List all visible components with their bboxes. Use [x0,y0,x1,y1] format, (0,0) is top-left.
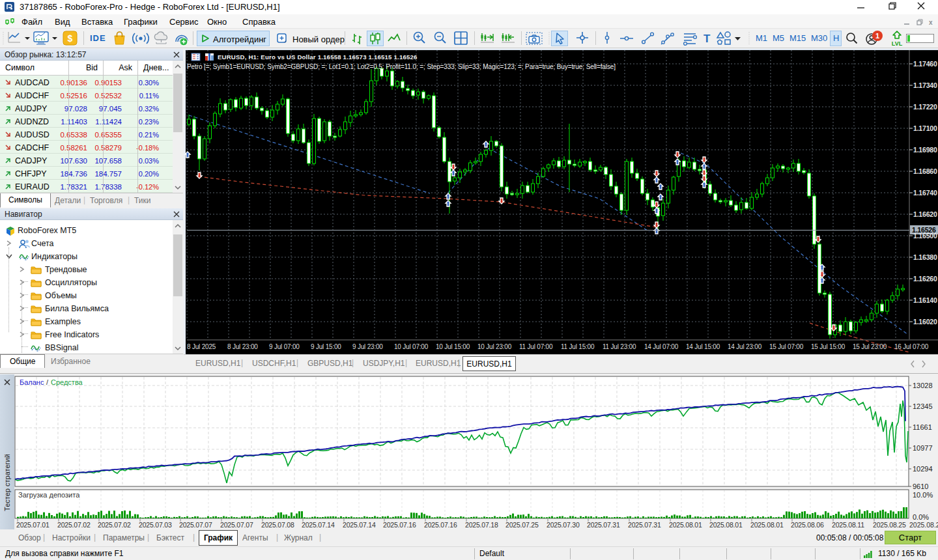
svg-text:11 Jul 15:00: 11 Jul 15:00 [561,343,595,350]
svg-text:2025.08.11: 2025.08.11 [832,521,864,529]
svg-text:2025.07.18: 2025.07.18 [465,521,498,529]
svg-text:16 Jul 07:00: 16 Jul 07:00 [894,343,929,350]
svg-text:1.16620: 1.16620 [913,210,937,218]
svg-text:13028: 13028 [913,382,933,389]
svg-text:11 Jul 07:00: 11 Jul 07:00 [519,343,553,350]
svg-text:EURUSD, H1: Euro vs US Dollar: EURUSD, H1: Euro vs US Dollar 1.16558 1.… [218,53,418,61]
svg-text:2025.07.08: 2025.07.08 [261,521,294,529]
svg-text:9 Jul 07:00: 9 Jul 07:00 [269,343,300,350]
svg-text:Загрузка депозита: Загрузка депозита [18,491,80,499]
svg-text:15 Jul 23:00: 15 Jul 23:00 [853,343,887,350]
svg-text:2025.08.25: 2025.08.25 [909,521,938,529]
svg-text:2025.07.16: 2025.07.16 [424,521,457,529]
svg-text:2025.07.31: 2025.07.31 [587,521,620,529]
svg-text:2025.08.01: 2025.08.01 [669,521,702,529]
svg-text:2025.08.01: 2025.08.01 [750,521,784,529]
svg-text:1.16740: 1.16740 [913,189,937,197]
svg-text:1.16980: 1.16980 [913,146,937,154]
svg-text:10 Jul 15:00: 10 Jul 15:00 [436,343,470,350]
svg-text:10294: 10294 [913,465,933,473]
svg-text:9610: 9610 [913,483,928,490]
svg-text:0.0%: 0.0% [913,513,929,521]
svg-text:1.17340: 1.17340 [913,81,937,89]
svg-text:1.16380: 1.16380 [913,253,937,261]
svg-text:8 Jul 2025: 8 Jul 2025 [187,343,216,350]
svg-text:1.16140: 1.16140 [913,296,937,304]
svg-text:2025.07.14: 2025.07.14 [343,521,376,529]
svg-text:1.16260: 1.16260 [913,275,937,283]
svg-text:Баланс: Баланс [20,378,44,386]
svg-text:1: 1 [875,32,879,40]
svg-text:14 Jul 23:00: 14 Jul 23:00 [728,343,762,350]
svg-text:Petro [=; Symb1=EURUSD; Symb2=: Petro [=; Symb1=EURUSD; Symb2=GBPUSD; =;… [187,63,616,70]
svg-text:2025.07.02: 2025.07.02 [98,521,131,529]
svg-text:2025.07.07: 2025.07.07 [179,521,212,529]
svg-text:1.17100: 1.17100 [913,124,937,132]
svg-text:11661: 11661 [913,423,932,431]
svg-text:2025.07.02: 2025.07.02 [57,521,91,529]
svg-text:2025.07.30: 2025.07.30 [547,521,580,529]
svg-text:2025.07.25: 2025.07.25 [505,521,539,529]
svg-text:10 Jul 07:00: 10 Jul 07:00 [394,343,429,350]
svg-text:$: $ [68,33,73,44]
svg-text:2025.08.01: 2025.08.01 [709,521,743,529]
svg-text:8 Jul 23:00: 8 Jul 23:00 [227,343,258,350]
svg-text:14 Jul 15:00: 14 Jul 15:00 [686,343,720,350]
svg-text:2025.07.14: 2025.07.14 [302,521,335,529]
svg-text:10.0%: 10.0% [913,491,933,499]
svg-text:10977: 10977 [913,444,933,452]
svg-text:10 Jul 23:00: 10 Jul 23:00 [477,343,512,350]
svg-text:1.17220: 1.17220 [913,103,937,111]
svg-text:11 Jul 23:00: 11 Jul 23:00 [603,343,636,350]
svg-text:9 Jul 15:00: 9 Jul 15:00 [311,343,341,350]
svg-text:2025.07.03: 2025.07.03 [139,521,172,529]
svg-text:2025.08.06: 2025.08.06 [791,521,824,529]
svg-text:2025.08.25: 2025.08.25 [873,521,906,529]
svg-text:2025.07.16: 2025.07.16 [383,521,416,529]
svg-text:15 Jul 15:00: 15 Jul 15:00 [811,343,846,350]
svg-text:9 Jul 23:00: 9 Jul 23:00 [352,343,383,350]
svg-text:12345: 12345 [913,402,933,410]
svg-text:1.16020: 1.16020 [913,318,937,326]
svg-text:15 Jul 07:00: 15 Jul 07:00 [769,343,804,350]
svg-text:LVL: LVL [892,40,903,47]
svg-text:Средства: Средства [51,378,83,386]
svg-text:x: x [929,19,933,26]
svg-text:2025.07.31: 2025.07.31 [628,521,661,529]
svg-text:14 Jul 07:00: 14 Jul 07:00 [644,343,679,350]
svg-text:2025.07.07: 2025.07.07 [220,521,253,529]
svg-text:1.16500: 1.16500 [913,232,937,240]
svg-text:1.16860: 1.16860 [913,167,937,175]
svg-text:2025.07.01: 2025.07.01 [16,521,50,529]
svg-text:1.17460: 1.17460 [913,60,937,68]
